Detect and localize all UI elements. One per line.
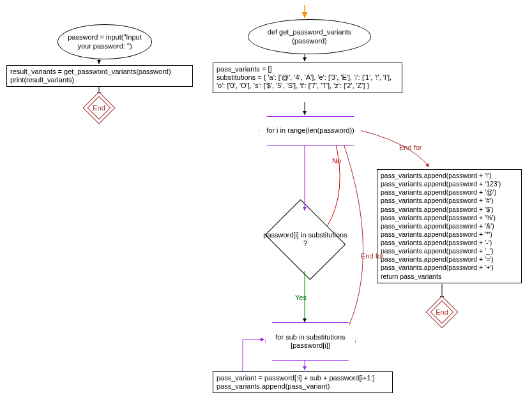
node-text: password[i] in substitutions ?: [263, 231, 347, 247]
node-result-variants: result_variants = get_password_variants(…: [6, 65, 193, 87]
append-line: pass_variants.append(password + '!'): [381, 172, 518, 180]
flowchart-canvas: password = input("Input your password: "…: [0, 0, 532, 411]
append-line: pass_variants.append(password + '='): [381, 255, 518, 264]
label-endfor-inner: End for: [361, 252, 383, 260]
node-text: pass_variants = [] substitutions = { 'a'…: [217, 65, 391, 89]
node-text: for sub in substitutions [password[i]]: [272, 333, 349, 350]
end-text: End: [93, 104, 105, 112]
node-append-block: pass_variants.append(password + '!')pass…: [377, 169, 522, 283]
append-line: return pass_variants: [381, 273, 518, 281]
append-line: pass_variants.append(password + '&'): [381, 222, 518, 230]
end-node-right: End: [431, 301, 453, 323]
node-substitutions: pass_variants = [] substitutions = { 'a'…: [213, 63, 402, 93]
append-line: pass_variants.append(password + '*'): [381, 230, 518, 239]
append-line: pass_variants.append(password + '@'): [381, 188, 518, 197]
node-text: for i in range(len(password)): [266, 126, 354, 135]
label-yes: Yes: [295, 294, 307, 301]
node-if-substitution: password[i] in substitutions ?: [261, 204, 350, 274]
node-text: result_variants = get_password_variants(…: [10, 68, 171, 84]
append-line: pass_variants.append(password + '+'): [381, 264, 518, 272]
node-for-sub: for sub in substitutions [password[i]]: [265, 322, 356, 361]
node-text: password = input("Input your password: "…: [63, 33, 146, 50]
label-no: No: [332, 157, 341, 165]
append-line: pass_variants.append(password + '123'): [381, 180, 518, 188]
end-text: End: [436, 308, 448, 316]
label-endfor-outer: End for: [399, 144, 422, 151]
append-line: pass_variants.append(password + '%'): [381, 214, 518, 222]
node-pass-variant: pass_variant = password[:i] + sub + pass…: [213, 371, 393, 393]
node-for-i: for i in range(len(password)): [259, 116, 362, 146]
node-input-password: password = input("Input your password: "…: [57, 24, 152, 59]
end-node-left: End: [88, 97, 110, 119]
append-line: pass_variants.append(password + '#'): [381, 197, 518, 205]
node-text: def get_password_variants (password): [254, 28, 365, 45]
append-line: pass_variants.append(password + '-'): [381, 239, 518, 247]
node-text: pass_variant = password[:i] + sub + pass…: [217, 374, 375, 390]
node-def-function: def get_password_variants (password): [248, 19, 371, 54]
append-line: pass_variants.append(password + '_'): [381, 247, 518, 255]
append-line: pass_variants.append(password + '$'): [381, 206, 518, 214]
